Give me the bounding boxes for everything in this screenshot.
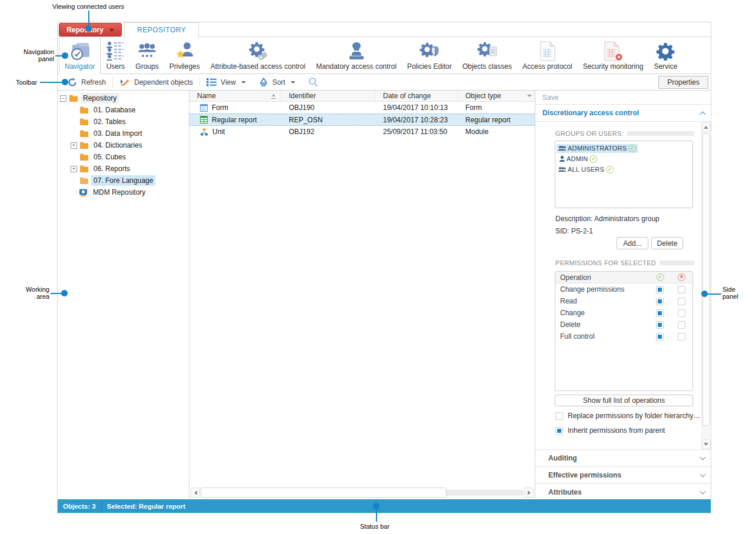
horizontal-scrollbar[interactable] [191,488,534,498]
ribbon-label: Mandatory access control [316,62,397,71]
deny-checkbox[interactable] [678,298,685,305]
delete-button[interactable]: Delete [651,237,683,249]
tree-item-tables[interactable]: 02. Tables [58,116,189,128]
tree-item-database[interactable]: 01. Database [58,104,189,116]
allow-checkbox[interactable] [656,333,664,341]
ribbon-label: Policies Editor [407,62,452,71]
app-window: Repository REPOSITORY Navigator [57,22,711,513]
inherit-permissions-checkbox[interactable] [555,427,563,435]
annotation-viewing-connected-users: Viewing connected users [52,3,124,10]
tree-item-mdm-repository[interactable]: MDM Repository [58,186,189,198]
allow-checkbox[interactable] [656,321,664,329]
properties-button[interactable]: Properties [658,76,708,89]
object-row-regular-report[interactable]: Regular report REP_OSN 19/04/2017 10:28:… [189,114,535,126]
save-button-disabled[interactable]: Save [535,91,711,105]
ribbon-item-groups[interactable]: Groups [130,37,164,74]
ribbon-item-mandatory-access-control[interactable]: Mandatory access control [311,37,402,74]
ribbon-item-objects-classes[interactable]: Objects classes [457,37,517,74]
ribbon-item-service[interactable]: Service [648,37,682,74]
replace-permissions-checkbox[interactable] [555,412,563,420]
sort-ascending-icon[interactable]: ▲ [271,93,276,99]
view-dropdown[interactable]: View [200,78,252,86]
object-row-form[interactable]: Form OBJ190 19/04/2017 10:10:13 Form [189,102,535,114]
unit-module-icon [200,128,208,136]
expand-plus-icon[interactable]: + [71,142,77,149]
groups-users-list[interactable]: ADMINISTRATORS ✓ ADMIN ✓ [555,141,693,208]
tree-item-fore-language[interactable]: 07. Fore Language [58,175,189,186]
section-attributes[interactable]: Attributes [535,483,711,500]
vertical-scrollbar[interactable] [701,122,710,449]
show-full-list-button[interactable]: Show full list of operations [555,395,693,406]
scroll-left-icon[interactable] [191,488,200,498]
properties-label: Properties [667,78,700,86]
tab-repository[interactable]: REPOSITORY [124,22,199,38]
ribbon-item-security-monitoring[interactable]: Security monitoring [578,37,649,74]
ribbon-label: Service [654,62,677,71]
tree-item-reports[interactable]: + 06. Reports [58,163,189,175]
annotation-dot [701,291,708,297]
ribbon-item-users[interactable]: Users [101,37,130,74]
column-header-object-type[interactable]: Object type [458,91,535,101]
tree-item-data-import[interactable]: 03. Data Import [58,128,189,139]
ribbon-item-policies-editor[interactable]: Policies Editor [402,37,457,74]
operation-label: Change permissions [555,285,649,293]
object-name: Regular report [212,116,257,124]
permission-row-delete: Delete [555,319,692,331]
allow-checkbox[interactable] [656,286,664,293]
permission-row-full-control: Full control [555,331,692,342]
working-area: − Repository 01. Database 02. Tables [58,91,711,500]
replace-permissions-label: Replace permissions by folder hierarchy… [568,412,700,420]
sort-label: Sort [272,78,285,86]
deny-checkbox[interactable] [678,286,685,293]
scroll-right-icon[interactable] [524,488,534,498]
column-header-name[interactable]: Name ▲ [189,91,281,101]
sort-dropdown[interactable]: Sort [252,78,302,86]
collapse-minus-icon[interactable]: − [60,95,66,102]
replace-permissions-checkbox-row[interactable]: Replace permissions by folder hierarchy… [555,412,700,420]
object-row-unit[interactable]: Unit OBJ192 25/09/2017 11:03:50 Module [189,126,535,138]
tree-item-repository[interactable]: − Repository [58,92,189,104]
status-objects-count: Objects: 3 [58,503,101,510]
section-auditing[interactable]: Auditing [535,449,711,466]
scrollbar-track[interactable] [201,490,524,496]
section-effective-permissions[interactable]: Effective permissions [535,466,711,483]
scroll-up-icon[interactable] [702,122,711,132]
dependent-objects-button[interactable]: Dependent objects [113,78,199,87]
policies-gear-shield-icon [418,40,441,62]
granted-check-icon: ✓ [590,155,597,163]
tree-item-cubes[interactable]: 05. Cubes [58,151,189,163]
column-menu-icon[interactable] [527,95,532,97]
deny-checkbox[interactable] [678,333,685,341]
ribbon-item-attribute-based-access-control[interactable]: Attribute-based access control [205,37,311,74]
folder-icon [79,165,89,173]
add-button[interactable]: Add... [617,237,648,249]
stamp-icon [346,40,367,62]
section-discretionary-access-control[interactable]: Discretionary access control [535,105,711,122]
list-item-all-users[interactable]: ALL USERS ✓ [557,164,691,175]
list-item-administrators[interactable]: ADMINISTRATORS ✓ [557,143,691,153]
object-name: Unit [212,128,225,136]
scroll-down-icon[interactable] [702,439,711,449]
refresh-button[interactable]: Refresh [61,78,112,87]
deny-checkbox[interactable] [678,309,685,317]
deny-checkbox[interactable] [678,321,685,329]
tree-item-dictionaries[interactable]: + 04. Dictionaries [58,139,189,151]
allow-checkbox[interactable] [656,309,664,317]
list-item-admin[interactable]: ADMIN ✓ [557,153,691,164]
inherit-permissions-checkbox-row[interactable]: Inherit permissions from parent [555,426,665,435]
expand-plus-icon[interactable]: + [71,166,77,172]
permission-row-change: Change [555,307,692,319]
ribbon-label: Objects classes [462,62,512,71]
allow-checkbox[interactable] [656,298,664,305]
column-header-identifier[interactable]: Identifier [281,91,375,101]
side-panel: Save Discretionary access control GROUPS… [535,91,711,500]
ribbon-item-access-protocol[interactable]: Access protocol [517,37,578,74]
annotation-working-area: Working area [22,286,49,300]
column-header-date-of-change[interactable]: Date of change [375,91,458,101]
dropdown-caret-icon [109,29,114,32]
scrollbar-thumb[interactable] [201,488,447,498]
ribbon-item-privileges[interactable]: Privileges [164,37,205,74]
search-button[interactable] [302,77,325,87]
objects-classes-gear-doc-icon [476,40,498,62]
scrollbar-thumb[interactable] [702,134,710,426]
